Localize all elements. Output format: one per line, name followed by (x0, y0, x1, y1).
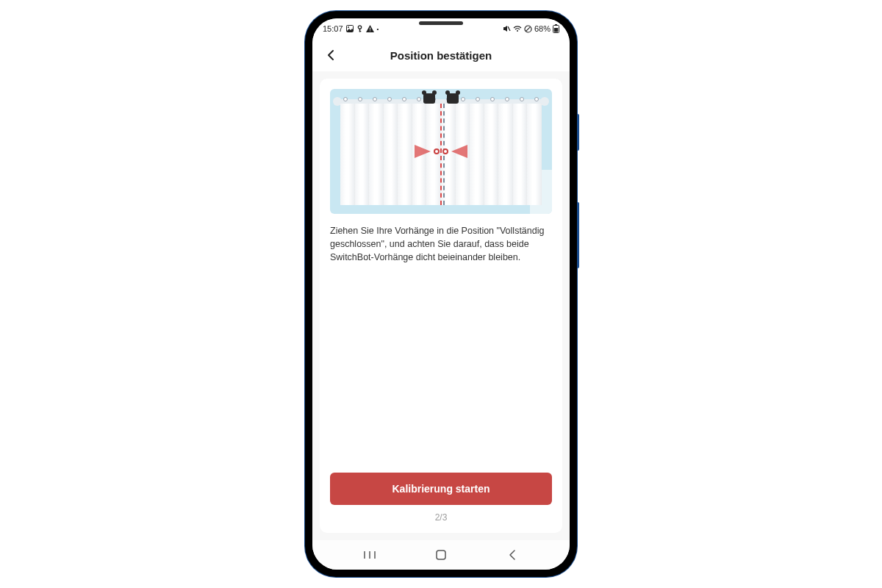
svg-line-7 (508, 26, 510, 31)
recents-button[interactable] (355, 544, 384, 566)
status-time: 15:07 (323, 24, 343, 33)
status-left: 15:07 • (323, 24, 379, 33)
key-icon (356, 25, 363, 32)
svg-rect-16 (437, 551, 445, 559)
instruction-text: Ziehen Sie Ihre Vorhänge in die Position… (330, 224, 552, 264)
step-indicator: 2/3 (330, 512, 552, 523)
svg-rect-6 (370, 31, 370, 32)
chevron-left-icon (325, 49, 338, 62)
curtain-illustration (330, 89, 552, 214)
android-back-button[interactable] (498, 544, 527, 566)
no-data-icon (524, 25, 532, 33)
page-title: Position bestätigen (390, 49, 492, 62)
home-button[interactable] (426, 544, 456, 566)
battery-text: 68% (534, 24, 551, 33)
warning-icon (366, 25, 374, 32)
phone-volume-button (577, 114, 579, 151)
screen: 15:07 • (312, 18, 570, 570)
battery-icon (553, 24, 559, 33)
status-bar: 15:07 • (312, 18, 570, 39)
svg-line-9 (526, 26, 530, 31)
dot-icon: • (377, 26, 379, 32)
svg-rect-4 (359, 31, 361, 32)
back-button[interactable] (323, 46, 340, 64)
close-arrows-icon (415, 145, 467, 158)
phone-power-button (577, 202, 579, 268)
svg-rect-5 (370, 28, 370, 30)
mute-icon (503, 25, 511, 32)
wifi-icon (513, 25, 522, 32)
image-icon (346, 25, 354, 32)
svg-point-2 (358, 26, 361, 29)
content: Ziehen Sie Ihre Vorhänge in die Position… (312, 71, 570, 540)
start-calibration-button[interactable]: Kalibrierung starten (330, 473, 552, 505)
app-header: Position bestätigen (312, 39, 570, 71)
status-right: 68% (503, 24, 559, 33)
svg-rect-12 (554, 28, 558, 32)
switchbot-device-left-icon (423, 93, 435, 104)
android-nav-bar (312, 540, 570, 570)
svg-point-1 (348, 26, 349, 28)
phone-frame: 15:07 • (305, 11, 577, 577)
card: Ziehen Sie Ihre Vorhänge in die Position… (320, 79, 562, 533)
switchbot-device-right-icon (447, 93, 459, 104)
